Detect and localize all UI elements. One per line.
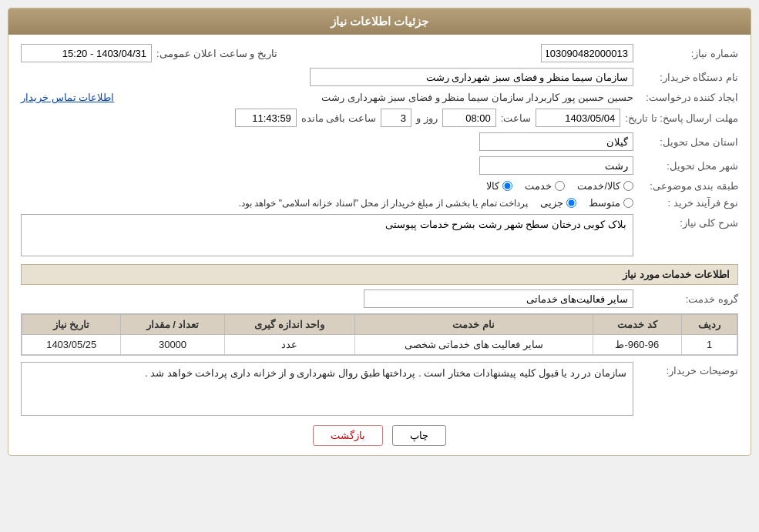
cell-code-1: 960-96-ط <box>593 335 681 355</box>
need-number-input[interactable] <box>541 44 633 62</box>
services-table-container: ردیف کد خدمت نام خدمت واحد اندازه گیری ت… <box>21 313 738 356</box>
response-deadline-label: مهلت ارسال پاسخ: تا تاریخ: <box>625 112 738 124</box>
category-service-radio[interactable] <box>555 181 565 191</box>
cell-row-1: 1 <box>682 335 737 355</box>
col-header-row: ردیف <box>682 315 737 335</box>
cell-name-1: سایر فعالیت های خدماتی شخصی <box>354 335 593 355</box>
service-group-label: گروه خدمت: <box>638 293 738 305</box>
announcement-date-label: تاریخ و ساعت اعلان عمومی: <box>156 48 277 59</box>
response-days-label: روز و <box>416 112 438 124</box>
purchase-type-label: نوع فرآیند خرید : <box>638 197 738 209</box>
buyer-org-input[interactable] <box>310 68 633 86</box>
response-remaining-label: ساعت باقی مانده <box>301 112 376 124</box>
col-header-name: نام خدمت <box>354 315 593 335</box>
service-group-input[interactable] <box>364 289 633 308</box>
province-label: استان محل تحویل: <box>638 136 738 148</box>
city-label: شهر محل تحویل: <box>638 160 738 172</box>
purchase-medium-radio[interactable] <box>623 198 633 208</box>
purchase-note: پرداخت تمام یا بخشی از مبلغ خریدار از مح… <box>21 198 528 209</box>
category-service-option[interactable]: خدمت <box>525 180 565 192</box>
services-section-header: اطلاعات خدمات مورد نیاز <box>21 264 738 285</box>
button-row: چاپ بازگشت <box>21 425 738 446</box>
col-header-unit: واحد اندازه گیری <box>224 315 354 335</box>
col-header-date: تاریخ نیاز <box>22 315 121 335</box>
creator-name: حسین حسین پور کاربردار سازمان سیما منظر … <box>119 92 633 103</box>
city-input[interactable] <box>479 156 633 175</box>
buyer-org-label: نام دستگاه خریدار: <box>638 72 738 83</box>
back-button[interactable]: بازگشت <box>313 425 383 446</box>
general-desc-label: شرح کلی نیاز: <box>638 214 738 229</box>
category-radio-group: کالا/خدمت خدمت کالا <box>486 180 633 192</box>
col-header-code: کد خدمت <box>593 315 681 335</box>
creator-label: ایجاد کننده درخواست: <box>638 92 738 103</box>
contact-link[interactable]: اطلاعات تماس خریدار <box>21 92 114 103</box>
category-goods-radio[interactable] <box>502 181 512 191</box>
col-header-qty: تعداد / مقدار <box>121 315 224 335</box>
table-row: 1 960-96-ط سایر فعالیت های خدماتی شخصی ع… <box>22 335 737 355</box>
province-input[interactable] <box>479 132 633 151</box>
response-time-label: ساعت: <box>501 112 532 124</box>
purchase-medium-option[interactable]: متوسط <box>589 197 633 209</box>
need-number-label: شماره نیاز: <box>638 48 738 59</box>
print-button[interactable]: چاپ <box>392 425 446 446</box>
response-remaining-input[interactable] <box>235 109 297 127</box>
purchase-partial-radio[interactable] <box>566 198 576 208</box>
cell-date-1: 1403/05/25 <box>22 335 121 355</box>
purchase-partial-option[interactable]: جزیی <box>540 197 576 209</box>
response-days-input[interactable] <box>381 109 411 127</box>
purchase-type-radio-group: متوسط جزیی <box>540 197 633 209</box>
cell-unit-1: عدد <box>224 335 354 355</box>
category-goods-service-radio[interactable] <box>623 181 633 191</box>
response-date-input[interactable] <box>536 109 620 127</box>
cell-qty-1: 30000 <box>121 335 224 355</box>
category-goods-service-option[interactable]: کالا/خدمت <box>577 180 633 192</box>
general-desc-textarea[interactable]: بلاک کوبی درختان سطح شهر رشت بشرح خدمات … <box>21 214 633 256</box>
buyer-desc-label: توضیحات خریدار: <box>638 362 738 376</box>
announcement-date-input[interactable] <box>21 44 152 62</box>
page-title: جزئیات اطلاعات نیاز <box>8 8 751 35</box>
response-time-input[interactable] <box>442 109 496 127</box>
services-table: ردیف کد خدمت نام خدمت واحد اندازه گیری ت… <box>22 314 737 355</box>
category-label: طبقه بندی موضوعی: <box>638 180 738 192</box>
category-goods-option[interactable]: کالا <box>486 180 512 192</box>
buyer-desc-box: سازمان در رد یا قبول کلیه پیشنهادات مختا… <box>21 362 633 416</box>
